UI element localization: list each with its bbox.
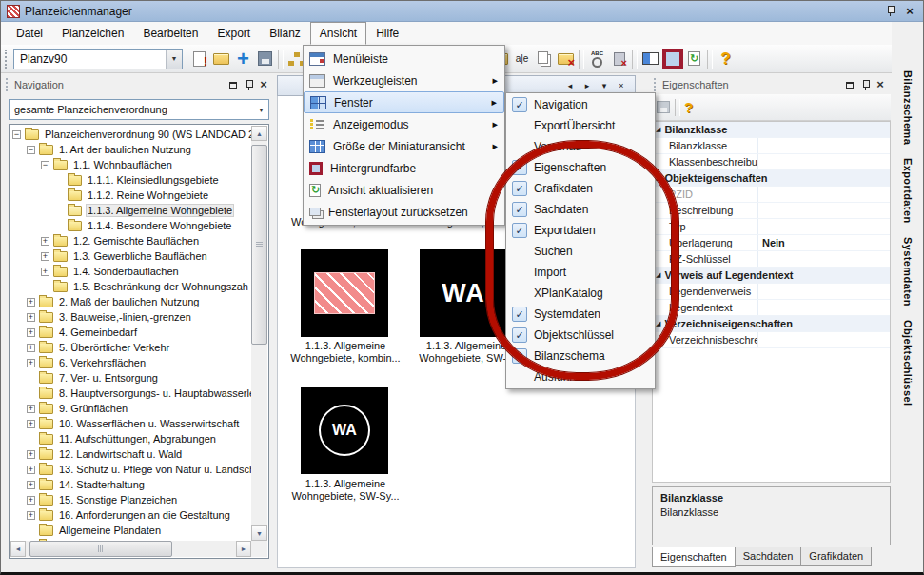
pin-button[interactable] (857, 78, 873, 91)
scrollbar-thumb[interactable] (29, 541, 172, 557)
property-row[interactable]: PZID (653, 187, 890, 203)
property-value[interactable] (757, 203, 890, 218)
fenster-item-grafikdaten[interactable]: Grafikdaten (506, 178, 655, 199)
delete-folder-icon[interactable] (555, 48, 577, 70)
tree-expander[interactable] (27, 146, 35, 154)
tree-item[interactable]: 15. Sonstige Planzeichen (10, 492, 251, 507)
property-row[interactable]: Legendenverweis (653, 284, 890, 300)
rename-icon[interactable] (511, 48, 533, 70)
tree-expander[interactable] (27, 405, 35, 413)
tree-expander[interactable] (27, 450, 35, 459)
menu-datei[interactable]: Datei (7, 22, 52, 45)
save-icon[interactable] (656, 100, 671, 114)
tree-expander[interactable] (27, 496, 35, 505)
scroll-right-icon[interactable]: ▸ (580, 79, 595, 93)
tree-item[interactable]: Allgemeine Plandaten (10, 523, 251, 538)
tree-item[interactable]: 8. Hauptversorgungs- u. Hauptabwasserle (10, 386, 251, 401)
tree-item[interactable]: 2. Maß der baulichen Nutzung (10, 294, 251, 309)
scroll-up-icon[interactable]: ▲ (251, 126, 267, 141)
property-value[interactable] (757, 187, 890, 202)
tree-item[interactable]: 1.2. Gemischte Bauflächen (10, 233, 251, 248)
scroll-down-icon[interactable]: ▼ (251, 525, 267, 541)
fenster-item-ausfuehren[interactable]: Ausführen (506, 367, 655, 387)
side-tab-bilanzschema[interactable]: Bilanzschema (902, 70, 914, 145)
delete-page-icon[interactable] (608, 48, 630, 70)
side-tab-systemdaten[interactable]: Systemdaten (902, 237, 914, 307)
property-row[interactable]: Typ (653, 219, 890, 235)
menu-planzeichen[interactable]: Planzeichen (52, 22, 133, 45)
tree-item[interactable]: 1.5. Beschränkung der Wohnungszah (10, 279, 251, 294)
tree-item[interactable]: 3. Bauweise,-linien,-grenzen (10, 309, 251, 325)
tab-eigenschaften[interactable]: Eigenschaften (652, 547, 736, 567)
tree-vertical-scrollbar[interactable]: ▲ ▼ (251, 126, 267, 541)
thumbnail-caption[interactable]: 1.1.3. Allgemeine Wohngebiete, SW-Sy... (287, 478, 403, 503)
tab-sachdaten[interactable]: Sachdaten (735, 547, 802, 566)
tree-item[interactable]: 7. Ver- u. Entsorgung (10, 370, 251, 386)
tree-item[interactable]: 9. Grünflächen (10, 401, 251, 416)
menu-bearbeiten[interactable]: Bearbeiten (133, 22, 207, 45)
tree-expander[interactable] (27, 420, 35, 428)
tree-item[interactable]: 1.3. Gewerbliche Bauflächen (10, 248, 251, 264)
toolbar-separator[interactable] (632, 50, 638, 69)
fenster-item-navigation[interactable]: Navigation (506, 94, 655, 115)
tree-expander[interactable] (27, 359, 35, 367)
toolbar-grip[interactable] (5, 50, 10, 69)
help-icon[interactable]: ? (684, 99, 693, 115)
menu-ansicht[interactable]: Ansicht (310, 22, 366, 45)
tree-expander[interactable] (27, 481, 35, 489)
help-icon[interactable] (715, 48, 737, 70)
open-icon[interactable] (210, 48, 232, 70)
new-planzeichen-icon[interactable] (188, 48, 210, 70)
ansicht-item-aktualisieren[interactable]: Ansicht aktualisieren (304, 179, 504, 201)
property-row[interactable]: Legendentext (653, 300, 890, 316)
float-button[interactable] (226, 78, 241, 91)
ansicht-item-menuleiste[interactable]: Menüleiste (304, 48, 504, 69)
fenster-item-suchen[interactable]: Suchen (506, 241, 655, 262)
tree-expander[interactable] (27, 344, 35, 352)
tree-expander[interactable] (27, 328, 35, 337)
tree-item[interactable]: 1.1.4. Besondere Wohngebiete (10, 218, 251, 233)
ansicht-item-fenster[interactable]: Fenster (304, 91, 504, 113)
thumbnail-hatched-area[interactable] (301, 249, 388, 337)
spellcheck-icon[interactable] (586, 48, 608, 70)
tree-expander[interactable] (41, 237, 49, 246)
toolbar-separator[interactable] (579, 50, 584, 69)
thumbnail-wa-text[interactable]: WA (420, 249, 507, 337)
thumbnail-caption[interactable]: 1.1.3. Allgemeine Wohngebiete, kombin... (287, 340, 403, 365)
tree-item[interactable]: 1.1.3. Allgemeine Wohngebiete (10, 203, 251, 218)
tree-horizontal-scrollbar[interactable]: ◄ ► (10, 541, 251, 557)
ansicht-item-anzeigemodus[interactable]: Anzeigemodus (304, 113, 504, 135)
tree-expander[interactable] (41, 268, 49, 276)
ansicht-item-werkzeugleisten[interactable]: Werkzeugleisten (304, 69, 504, 91)
menu-hilfe[interactable]: Hilfe (366, 22, 408, 45)
tree-item[interactable]: 14. Stadterhaltung (10, 477, 251, 492)
thumbnail-wa-circle[interactable]: WA (301, 387, 388, 474)
property-row[interactable]: Überlagerung Nein (653, 235, 890, 251)
close-icon[interactable]: × (614, 79, 629, 93)
tree-expander[interactable] (41, 252, 49, 261)
tree-expander[interactable] (27, 298, 35, 307)
property-row[interactable]: Verzeichniseigenschaften (653, 316, 890, 332)
tree-item[interactable]: 13. Schutz u. Pflege von Natur u. Landsc… (10, 462, 251, 477)
property-row[interactable]: Verweis auf Legendentext (653, 268, 890, 284)
tree-expander[interactable] (27, 511, 35, 520)
fenster-item-vorschau[interactable]: Vorschau (506, 136, 655, 157)
property-row[interactable]: Beschreibung (653, 203, 890, 219)
property-row[interactable]: Verzeichnisbeschrei (653, 332, 890, 348)
property-value[interactable]: Nein (757, 235, 890, 250)
add-icon[interactable] (232, 48, 254, 70)
toolbar-separator[interactable] (707, 50, 713, 69)
property-row[interactable]: PZ-Schlüssel (653, 251, 890, 268)
property-row[interactable]: Bilanzklasse (653, 138, 890, 154)
tree-item[interactable]: Planzeichenverordnung 90 (WS LANDCAD 2 (10, 127, 251, 142)
menu-export[interactable]: Export (207, 22, 260, 45)
tree-item[interactable]: 1.1.1. Kleinsiedlungsgebiete (10, 172, 251, 188)
property-value[interactable] (757, 300, 890, 315)
tree-item[interactable]: 4. Gemeinbedarf (10, 325, 251, 340)
chevron-down-icon[interactable]: ▼ (166, 50, 182, 69)
property-value[interactable] (757, 219, 890, 234)
property-value[interactable] (757, 251, 890, 267)
ansicht-item-miniaturansicht[interactable]: Größe der Miniaturansicht (304, 135, 504, 157)
fenster-item-systemdaten[interactable]: Systemdaten (506, 304, 655, 325)
property-value[interactable] (757, 284, 890, 299)
